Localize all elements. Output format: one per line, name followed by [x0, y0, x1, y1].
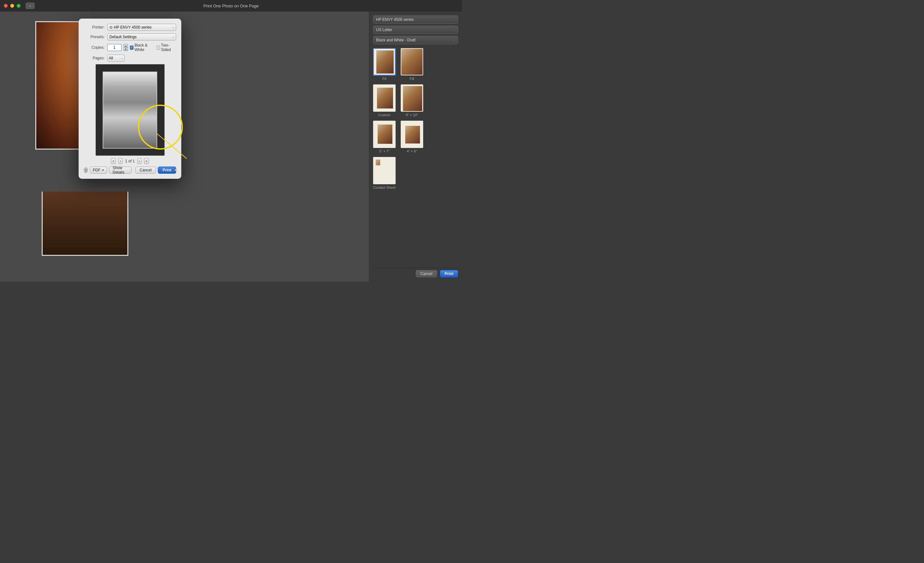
thumb-contact-label: Contact Sheet — [373, 186, 396, 189]
pdf-dropdown-arrow: ▼ — [102, 169, 104, 172]
page-navigation: « ‹ 1 of 1 › » — [84, 158, 176, 164]
thumb-fill-img — [401, 48, 423, 75]
main-area: Printer: ⊙ HP ENVY 4500 series ⌄ Presets… — [0, 12, 462, 281]
right-quality-arrow: ⌄ — [453, 39, 455, 42]
bw-checkbox[interactable]: ✓ — [130, 46, 134, 50]
close-button[interactable] — [4, 4, 8, 8]
maximize-button[interactable] — [16, 4, 21, 8]
thumb-fit-img — [373, 48, 396, 75]
twosided-checkbox-wrap[interactable]: Two-Sided — [157, 43, 176, 52]
thumb-row-4: Contact Sheet — [373, 157, 458, 189]
thumb-row-3: 5" × 7" 4" × 6" — [373, 121, 458, 153]
thumb-custom[interactable]: Custom — [373, 84, 396, 117]
print-button[interactable]: Print — [158, 167, 176, 174]
right-paper-select[interactable]: US Letter ⌄ — [373, 26, 458, 34]
pages-select[interactable]: All ⌄ — [107, 54, 125, 62]
right-quality-value: Black and White - Draft — [376, 38, 416, 42]
nav-first-button[interactable]: « — [111, 158, 116, 164]
thumb-fit-label: Fit — [382, 77, 386, 81]
print-preview-frame — [96, 64, 165, 156]
printer-value: HP ENVY 4500 series — [114, 25, 172, 30]
right-paper-value: US Letter — [376, 28, 392, 32]
presets-row: Presets: Default Settings ⌄ — [84, 33, 176, 41]
pdf-label: PDF — [93, 168, 100, 173]
right-bottom-buttons: Cancel Print — [373, 268, 458, 278]
photo-bottom — [42, 192, 128, 256]
presets-value: Default Settings — [110, 35, 172, 39]
copies-input[interactable] — [107, 44, 122, 51]
thumb-contact[interactable]: Contact Sheet — [373, 157, 396, 189]
show-details-button[interactable]: Show Details — [109, 167, 132, 174]
printer-control: ⊙ HP ENVY 4500 series ⌄ — [107, 24, 176, 31]
thumb-fill[interactable]: Fill — [401, 48, 423, 81]
print-button-dot — [175, 169, 177, 171]
back-icon: ‹ — [30, 3, 31, 8]
print-dialog: Printer: ⊙ HP ENVY 4500 series ⌄ Presets… — [79, 19, 181, 179]
page-indicator: 1 of 1 — [125, 159, 135, 164]
pdf-button[interactable]: PDF ▼ — [90, 167, 107, 174]
pages-row: Pages: All ⌄ — [84, 54, 176, 62]
thumbnails-section: Fit Fill Custom — [373, 48, 458, 266]
print-preview-photo — [103, 72, 157, 149]
thumb-4x6-label: 4" × 6" — [407, 149, 417, 153]
minimize-button[interactable] — [10, 4, 14, 8]
right-cancel-button[interactable]: Cancel — [416, 270, 437, 278]
right-panel: HP ENVY 4500 series ⌄ US Letter ⌄ Black … — [369, 12, 462, 281]
presets-select[interactable]: Default Settings ⌄ — [107, 33, 176, 41]
thumb-8x10-label: 8" × 10" — [406, 113, 418, 117]
bw-checkbox-wrap[interactable]: ✓ Black & White — [130, 43, 154, 52]
printer-label: Printer: — [84, 25, 105, 30]
thumb-5x7-label: 5" × 7" — [379, 149, 390, 153]
printer-select[interactable]: ⊙ HP ENVY 4500 series ⌄ — [107, 24, 176, 31]
printer-dropdown-arrow: ⌄ — [172, 26, 174, 29]
right-printer-value: HP ENVY 4500 series — [376, 17, 414, 22]
thumb-8x10[interactable]: 8" × 10" — [401, 84, 423, 117]
thumb-5x7[interactable]: 5" × 7" — [373, 121, 396, 153]
thumb-4x6-img — [401, 121, 423, 148]
right-quality-select[interactable]: Black and White - Draft ⌄ — [373, 36, 458, 44]
nav-next-button[interactable]: › — [137, 158, 141, 164]
help-button[interactable]: ? — [84, 167, 88, 173]
copies-row: Copies: ▲ ▼ ✓ Black & White Two-Sided — [84, 43, 176, 52]
presets-control: Default Settings ⌄ — [107, 33, 176, 41]
thumb-custom-img — [373, 84, 396, 112]
presets-dropdown-arrow: ⌄ — [172, 35, 174, 39]
copies-control: ▲ ▼ ✓ Black & White Two-Sided — [107, 43, 176, 52]
thumb-contact-inner — [376, 159, 380, 165]
nav-last-button[interactable]: » — [144, 158, 149, 164]
copies-decrement[interactable]: ▼ — [123, 48, 128, 51]
right-print-button[interactable]: Print — [440, 270, 458, 278]
right-printer-select[interactable]: HP ENVY 4500 series ⌄ — [373, 15, 458, 24]
preview-photo-content — [103, 72, 157, 148]
twosided-checkbox[interactable] — [157, 46, 160, 50]
pages-label: Pages: — [84, 56, 105, 60]
thumb-fit[interactable]: Fit — [373, 48, 396, 81]
photo-preview-area: Printer: ⊙ HP ENVY 4500 series ⌄ Presets… — [0, 12, 369, 281]
dialog-bottom-row: ? PDF ▼ Show Details Cancel Print — [84, 167, 176, 174]
cancel-button[interactable]: Cancel — [135, 167, 156, 174]
pages-control: All ⌄ — [107, 54, 176, 62]
right-printer-arrow: ⌄ — [453, 18, 455, 21]
printer-row: Printer: ⊙ HP ENVY 4500 series ⌄ — [84, 24, 176, 31]
copies-increment[interactable]: ▲ — [123, 44, 128, 48]
pages-value: All — [109, 56, 113, 60]
back-button[interactable]: ‹ — [26, 3, 34, 9]
thumb-8x10-img — [401, 84, 423, 112]
thumb-row-2: Custom 8" × 10" — [373, 84, 458, 117]
copies-stepper[interactable]: ▲ ▼ — [123, 44, 128, 51]
titlebar: ‹ Print One Photo on One Page — [0, 0, 462, 12]
window-title: Print One Photo on One Page — [203, 3, 259, 8]
thumb-custom-label: Custom — [378, 113, 390, 117]
thumb-contact-img — [373, 157, 396, 184]
thumb-4x6[interactable]: 4" × 6" — [401, 121, 423, 153]
thumb-fill-label: Fill — [410, 77, 414, 81]
copies-label: Copies: — [84, 45, 105, 50]
pages-dropdown-arrow: ⌄ — [121, 57, 123, 60]
twosided-label: Two-Sided — [161, 43, 176, 52]
bw-label: Black & White — [134, 43, 154, 52]
right-paper-arrow: ⌄ — [453, 28, 455, 32]
nav-prev-button[interactable]: ‹ — [118, 158, 123, 164]
thumb-row-1: Fit Fill — [373, 48, 458, 81]
presets-label: Presets: — [84, 35, 105, 39]
printer-icon: ⊙ — [110, 25, 112, 30]
